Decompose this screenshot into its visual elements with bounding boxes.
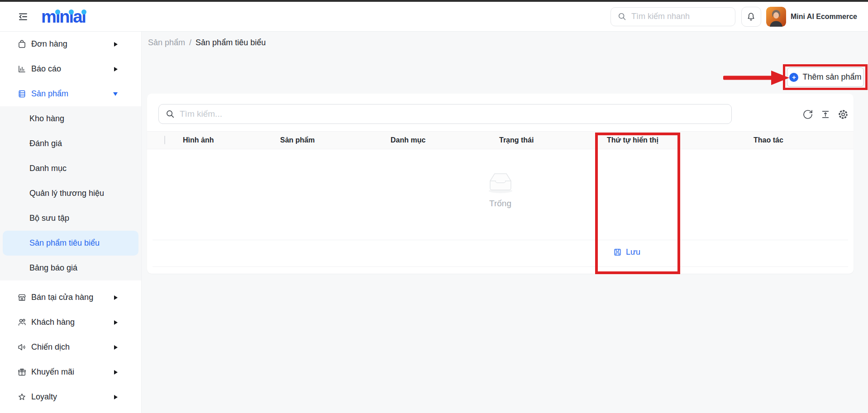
product-icon <box>17 89 27 99</box>
chevron-right-icon <box>114 320 118 325</box>
bell-icon <box>746 12 756 21</box>
save-order-link[interactable]: Lưu <box>613 247 640 257</box>
column-header-thao-tac: Thao tác <box>754 136 854 144</box>
refresh-icon[interactable] <box>802 109 814 120</box>
sidebar-item-label: Báo cáo <box>31 64 61 74</box>
row-height-icon[interactable] <box>820 109 831 120</box>
chart-icon <box>17 64 27 74</box>
sidebar-subitem-label: Danh mục <box>29 164 67 173</box>
sidebar-subitem-quan-ly-thuong-hieu[interactable]: Quản lý thương hiệu <box>0 181 141 206</box>
empty-state: Trống <box>147 171 854 209</box>
add-product-button[interactable]: + Thêm sản phẩm <box>787 67 864 87</box>
chevron-right-icon <box>114 395 118 399</box>
notifications-button[interactable] <box>741 7 761 27</box>
account-menu[interactable]: Mini AI Ecommerce <box>766 7 857 27</box>
sidebar-subitem-label: Bộ sưu tập <box>29 214 69 223</box>
row-divider <box>153 240 848 240</box>
table-search-input[interactable] <box>180 109 725 119</box>
empty-state-label: Trống <box>147 199 854 209</box>
breadcrumb-parent[interactable]: Sản phẩm <box>148 38 185 47</box>
logo-letter: a <box>73 8 81 26</box>
brand-logo[interactable]: m ı n ı a ı <box>41 8 86 26</box>
global-search-box <box>610 7 735 26</box>
sidebar-subitem-danh-muc[interactable]: Danh mục <box>0 156 141 181</box>
column-header-san-pham: Sản phẩm <box>280 136 391 144</box>
sidebar-submenu-san-pham: Kho hàng Đánh giá Danh mục Quản lý thươn… <box>0 106 141 280</box>
breadcrumb-current: Sản phẩm tiêu biểu <box>196 38 266 47</box>
sidebar-subitem-danh-gia[interactable]: Đánh giá <box>0 131 141 156</box>
row-divider <box>153 266 848 267</box>
annotation-arrow <box>722 70 790 85</box>
sidebar-item-san-pham[interactable]: Sản phẩm <box>0 81 141 106</box>
sidebar-subitem-label: Kho hàng <box>29 114 64 123</box>
sidebar-item-label: Đơn hàng <box>31 39 67 49</box>
sidebar-item-loyalty[interactable]: Loyalty <box>0 385 141 409</box>
save-icon <box>613 248 622 256</box>
sidebar-item-label: Chiến dịch <box>31 342 70 352</box>
gift-icon <box>17 367 27 377</box>
sidebar-item-chien-dich[interactable]: Chiến dịch <box>0 335 141 360</box>
sidebar-subitem-label: Sản phẩm tiêu biểu <box>29 238 100 248</box>
select-all-checkbox[interactable] <box>164 136 165 144</box>
save-label: Lưu <box>626 247 640 257</box>
search-icon <box>617 12 627 21</box>
plus-circle-icon: + <box>789 73 798 82</box>
empty-inbox-icon <box>486 171 515 194</box>
chevron-right-icon <box>114 42 118 47</box>
add-product-label: Thêm sản phẩm <box>802 72 861 82</box>
sidebar-subitem-label: Bảng báo giá <box>29 263 77 273</box>
sidebar-item-khach-hang[interactable]: Khách hàng <box>0 310 141 335</box>
sidebar-subitem-label: Đánh giá <box>29 139 62 148</box>
logo-letter: ı <box>81 8 86 26</box>
sidebar-subitem-label: Quản lý thương hiệu <box>29 189 104 198</box>
chevron-right-icon <box>114 295 118 300</box>
campaign-icon <box>17 342 27 352</box>
sidebar-nav: Đơn hàng Báo cáo Sản phẩm <box>0 32 142 413</box>
logo-letter: n <box>59 8 69 26</box>
logo-letter: ı <box>56 8 60 26</box>
top-header: m ı n ı a ı <box>0 2 868 32</box>
breadcrumb-separator: / <box>189 38 191 47</box>
logo-letter: ı <box>69 8 73 26</box>
bag-icon <box>17 39 27 49</box>
sidebar-subitem-bo-suu-tap[interactable]: Bộ sưu tập <box>0 206 141 231</box>
sidebar-subitem-bang-bao-gia[interactable]: Bảng báo giá <box>0 256 141 280</box>
star-icon <box>17 392 27 402</box>
app-window: m ı n ı a ı <box>0 0 868 413</box>
user-avatar <box>766 7 786 27</box>
sidebar-item-ban-tai-cua-hang[interactable]: Bán tại cửa hàng <box>0 285 141 310</box>
product-list-card: Hình ảnh Sản phẩm Danh mục Trạng thái Th… <box>147 94 854 274</box>
sidebar-item-don-hang[interactable]: Đơn hàng <box>0 32 141 57</box>
sidebar-subitem-san-pham-tieu-bieu[interactable]: Sản phẩm tiêu biểu <box>3 231 138 256</box>
sidebar-item-label: Bán tại cửa hàng <box>31 293 93 302</box>
chevron-right-icon <box>114 345 118 350</box>
collapse-sidebar-icon <box>18 11 29 22</box>
column-header-thu-tu-hien-thi: Thứ tự hiển thị <box>607 136 754 144</box>
sidebar-collapse-button[interactable] <box>18 11 29 22</box>
sidebar-item-bao-cao[interactable]: Báo cáo <box>0 57 141 81</box>
store-icon <box>17 293 27 302</box>
table-search-box <box>158 104 732 124</box>
global-search-input[interactable] <box>631 12 729 21</box>
chevron-right-icon <box>114 370 118 375</box>
table-header-row: Hình ảnh Sản phẩm Danh mục Trạng thái Th… <box>147 131 854 149</box>
column-header-danh-muc: Danh mục <box>391 136 499 144</box>
sidebar-item-khuyen-mai[interactable]: Khuyến mãi <box>0 360 141 385</box>
sidebar-item-label: Sản phẩm <box>31 89 68 99</box>
sidebar-item-label: Loyalty <box>31 392 57 402</box>
column-header-trang-thai: Trạng thái <box>499 136 607 144</box>
logo-letter: m <box>41 8 56 26</box>
sidebar-item-label: Khuyến mãi <box>31 367 74 377</box>
gear-icon[interactable] <box>837 109 849 120</box>
sidebar-subitem-kho-hang[interactable]: Kho hàng <box>0 106 141 131</box>
column-header-hinh-anh: Hình ảnh <box>183 136 280 144</box>
account-name: Mini AI Ecommerce <box>791 13 857 21</box>
customers-icon <box>17 318 27 327</box>
breadcrumb: Sản phẩm / Sản phẩm tiêu biểu <box>148 38 266 47</box>
main-content: Sản phẩm / Sản phẩm tiêu biểu Danh sách … <box>142 32 868 413</box>
sidebar-item-label: Khách hàng <box>31 318 75 327</box>
chevron-right-icon <box>114 67 118 71</box>
search-icon <box>165 109 175 119</box>
chevron-down-icon <box>113 92 118 96</box>
